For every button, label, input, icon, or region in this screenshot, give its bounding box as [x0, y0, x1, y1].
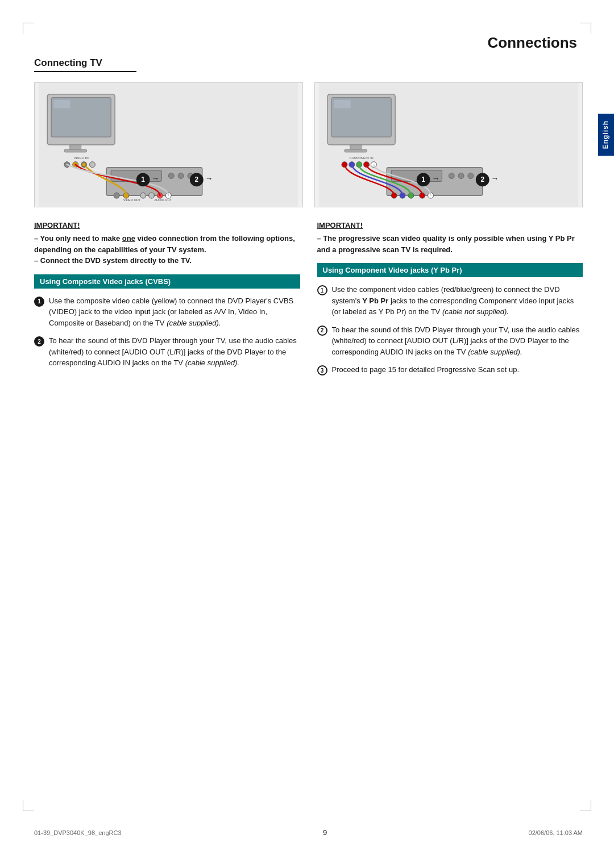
- svg-point-21: [149, 193, 155, 198]
- left-important-label: IMPORTANT!: [34, 221, 300, 229]
- svg-point-24: [82, 162, 86, 167]
- list-item-text-r2: To hear the sound of this DVD Player thr…: [332, 324, 583, 358]
- left-column: IMPORTANT! – You only need to make one v…: [34, 221, 300, 382]
- page-title: Connections: [34, 34, 583, 52]
- right-column: IMPORTANT! – The progressive scan video …: [317, 221, 583, 382]
- left-numbered-list: 1 Use the composite video cable (yellow)…: [34, 295, 300, 369]
- svg-rect-35: [350, 145, 361, 149]
- right-important-text: – The progressive scan video quality is …: [317, 233, 583, 255]
- corner-mark-bl: [23, 800, 34, 811]
- left-sub-heading: Using Composite Video jacks (CVBS): [34, 274, 300, 289]
- svg-text:→: →: [152, 174, 160, 183]
- svg-text:→: →: [491, 174, 499, 183]
- svg-rect-4: [70, 145, 81, 149]
- svg-text:COMPONENT IN: COMPONENT IN: [349, 156, 373, 160]
- svg-point-20: [140, 193, 146, 198]
- content-columns: IMPORTANT! – You only need to make one v…: [34, 221, 583, 382]
- svg-text:VIDEO IN: VIDEO IN: [74, 156, 89, 160]
- right-sub-heading: Using Component Video jacks (Y Pb Pr): [317, 263, 583, 277]
- svg-text:1: 1: [141, 176, 145, 183]
- svg-rect-36: [344, 149, 367, 152]
- diagram-right: COMPONENT IN: [314, 82, 583, 207]
- list-item-text-r3: Proceed to page 15 for detailed Progress…: [332, 364, 583, 375]
- list-item: 1 Use the composite video cable (yellow)…: [34, 295, 300, 329]
- svg-text:AUDIO OUT: AUDIO OUT: [154, 198, 172, 202]
- left-important-text: – You only need to make one video connec…: [34, 233, 300, 266]
- list-item: 2 To hear the sound of this DVD Player t…: [34, 335, 300, 369]
- svg-text:2: 2: [480, 176, 484, 183]
- svg-rect-3: [53, 100, 70, 108]
- list-item-text-1: Use the composite video cable (yellow) t…: [49, 295, 300, 329]
- diagrams-row: VIDEO IN VIDEO OUT AUDIO OUT: [34, 82, 583, 207]
- right-numbered-list: 1 Use the component video cables (red/bl…: [317, 284, 583, 375]
- page-number: 9: [323, 828, 327, 837]
- english-tab: English: [598, 114, 614, 156]
- list-item-text-r1: Use the component video cables (red/blue…: [332, 284, 583, 318]
- svg-text:→: →: [432, 174, 439, 183]
- step-number-2: 2: [34, 336, 44, 347]
- svg-text:VIDEO OUT: VIDEO OUT: [123, 198, 141, 202]
- corner-mark-tr: [580, 23, 591, 34]
- page-footer: 01-39_DVP3040K_98_engRC3 9 02/06/06, 11:…: [34, 828, 583, 837]
- svg-text:2: 2: [194, 176, 198, 183]
- section-heading: Connecting TV: [34, 57, 136, 72]
- footer-right: 02/06/06, 11:03 AM: [529, 829, 583, 836]
- list-item: 2 To hear the sound of this DVD Player t…: [317, 324, 583, 358]
- svg-rect-5: [64, 149, 87, 152]
- svg-rect-34: [334, 100, 351, 108]
- list-item: 3 Proceed to page 15 for detailed Progre…: [317, 364, 583, 375]
- svg-point-47: [467, 173, 473, 179]
- diagram-left-svg: VIDEO IN VIDEO OUT AUDIO OUT: [35, 83, 302, 207]
- step-number-r3: 3: [317, 365, 327, 375]
- right-important-label: IMPORTANT!: [317, 221, 583, 229]
- page-content: Connections Connecting TV VIDEO IN: [34, 34, 583, 811]
- step-number-1: 1: [34, 297, 44, 307]
- step-number-r1: 1: [317, 285, 327, 295]
- svg-point-10: [90, 162, 96, 168]
- svg-point-45: [449, 173, 454, 179]
- svg-point-18: [114, 193, 119, 198]
- svg-text:→: →: [205, 174, 213, 183]
- footer-left: 01-39_DVP3040K_98_engRC3: [34, 829, 122, 836]
- svg-point-46: [458, 173, 464, 179]
- svg-point-13: [168, 173, 174, 179]
- diagram-left: VIDEO IN VIDEO OUT AUDIO OUT: [34, 82, 303, 207]
- list-item-text-2: To hear the sound of this DVD Player thr…: [49, 335, 300, 369]
- step-number-r2: 2: [317, 326, 327, 336]
- diagram-right-svg: COMPONENT IN: [315, 83, 583, 207]
- svg-point-14: [178, 173, 184, 179]
- svg-text:1: 1: [421, 176, 425, 183]
- list-item: 1 Use the component video cables (red/bl…: [317, 284, 583, 318]
- corner-mark-tl: [23, 23, 34, 34]
